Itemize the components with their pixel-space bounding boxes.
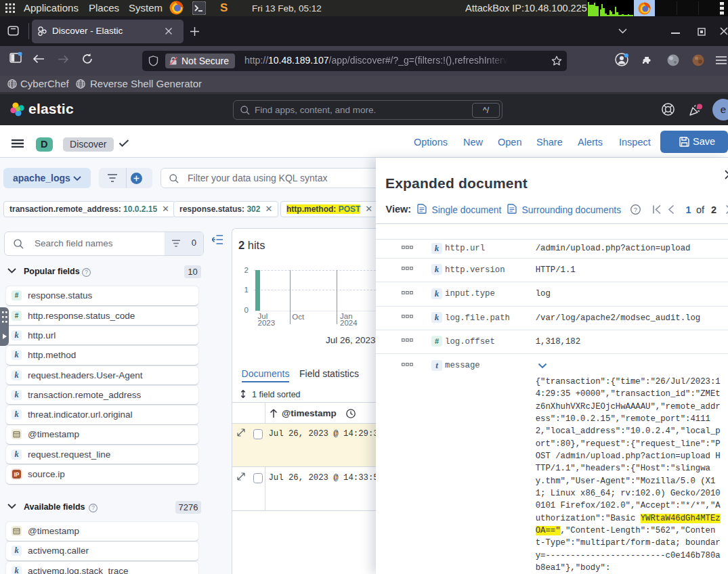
svg-text:?: ? xyxy=(634,206,637,213)
svg-text:?: ? xyxy=(85,269,88,275)
svg-text:?: ? xyxy=(91,504,95,511)
